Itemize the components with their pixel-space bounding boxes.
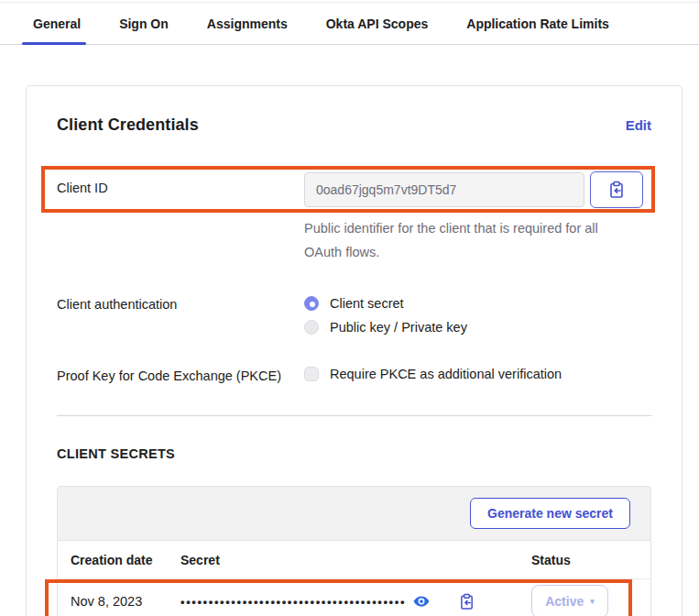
radio-selected-icon[interactable] <box>304 296 319 311</box>
pkce-row: Proof Key for Code Exchange (PKCE) Requi… <box>57 359 651 383</box>
radio-option-label: Client secret <box>330 296 404 311</box>
client-secrets-table: Creation date Secret Status Nov 8, 2023 … <box>57 541 651 616</box>
section-title: Client Credentials <box>57 116 199 135</box>
pkce-option-label: Require PKCE as additional verification <box>330 367 562 381</box>
status-cell: Active ▾ <box>531 585 638 616</box>
edit-link[interactable]: Edit <box>626 117 651 133</box>
masked-secret-value: •••••••••••••••••••••••••••••••••••••••• <box>180 595 406 609</box>
table-header-row: Creation date Secret Status <box>58 541 650 579</box>
client-id-label: Client ID <box>57 171 304 195</box>
reveal-secret-button[interactable] <box>413 595 430 608</box>
secret-cell: •••••••••••••••••••••••••••••••••••••••• <box>180 593 531 610</box>
tab-okta-api-scopes[interactable]: Okta API Scopes <box>322 3 432 44</box>
okta-app-settings-page: General Sign On Assignments Okta API Sco… <box>0 0 699 616</box>
pkce-label: Proof Key for Code Exchange (PKCE) <box>57 359 304 383</box>
header-creation-date: Creation date <box>71 553 180 567</box>
header-status: Status <box>531 553 638 567</box>
section-divider <box>57 415 651 416</box>
radio-option-public-private-key[interactable]: Public key / Private key <box>304 320 467 335</box>
creation-date-cell: Nov 8, 2023 <box>71 594 180 609</box>
tab-sign-on[interactable]: Sign On <box>115 3 172 44</box>
status-dropdown-button[interactable]: Active ▾ <box>531 585 608 616</box>
chevron-down-icon: ▾ <box>590 597 595 606</box>
tab-assignments[interactable]: Assignments <box>203 3 291 44</box>
client-id-value-field[interactable]: 0oad67jgq5m7vt9DT5d7 <box>304 172 584 207</box>
client-authentication-row: Client authentication Client secret Publ… <box>57 288 651 335</box>
tab-general[interactable]: General <box>29 3 84 44</box>
client-secrets-toolbar: Generate new secret <box>57 486 651 541</box>
generate-new-secret-button[interactable]: Generate new secret <box>470 498 630 529</box>
radio-option-label: Public key / Private key <box>330 320 467 335</box>
clipboard-copy-icon <box>608 181 625 199</box>
header-secret: Secret <box>180 553 531 567</box>
client-id-field-group: 0oad67jgq5m7vt9DT5d7 <box>304 171 643 208</box>
client-authentication-options: Client secret Public key / Private key <box>304 288 467 335</box>
client-secrets-title: CLIENT SECRETS <box>57 446 651 461</box>
radio-option-client-secret[interactable]: Client secret <box>304 296 467 311</box>
client-credentials-header: Client Credentials Edit <box>57 116 651 135</box>
copy-secret-button[interactable] <box>459 593 475 610</box>
clipboard-copy-icon <box>459 593 475 610</box>
client-id-help-text: Public identifier for the client that is… <box>304 216 610 264</box>
table-row: Nov 8, 2023 ••••••••••••••••••••••••••••… <box>58 579 650 616</box>
client-credentials-card: Client Credentials Edit Client ID 0oad67… <box>26 85 683 616</box>
checkbox-unchecked-icon[interactable] <box>304 367 319 381</box>
client-id-row: Client ID 0oad67jgq5m7vt9DT5d7 <box>57 171 651 208</box>
eye-icon <box>413 595 430 608</box>
client-authentication-label: Client authentication <box>57 288 304 312</box>
status-label: Active <box>545 594 584 609</box>
pkce-checkbox-option[interactable]: Require PKCE as additional verification <box>304 359 562 381</box>
tab-application-rate-limits[interactable]: Application Rate Limits <box>463 3 613 44</box>
app-tab-bar: General Sign On Assignments Okta API Sco… <box>0 3 699 45</box>
copy-client-id-button[interactable] <box>590 171 643 208</box>
radio-unselected-icon[interactable] <box>304 320 319 335</box>
